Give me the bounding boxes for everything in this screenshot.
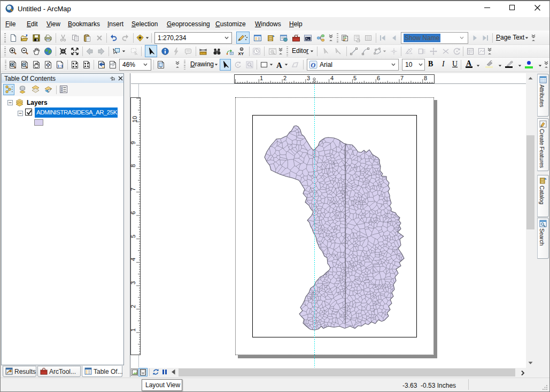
svg-text:1:1: 1:1 [57,64,63,68]
svg-text:O: O [311,62,315,69]
svg-text:A: A [276,61,282,70]
svg-text:XY: XY [238,51,244,56]
